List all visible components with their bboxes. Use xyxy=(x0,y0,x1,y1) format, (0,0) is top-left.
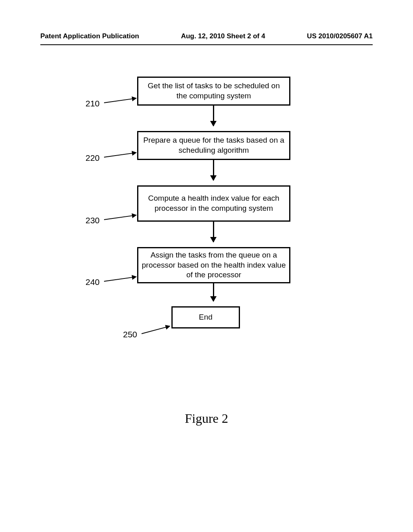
reference-number-4: 240 xyxy=(86,277,100,287)
header-divider xyxy=(40,44,373,45)
reference-pointer-icon xyxy=(104,98,136,103)
flowchart-step-4-text: Assign the tasks from the queue on a pro… xyxy=(142,250,286,280)
flowchart-step-1: Get the list of tasks to be scheduled on… xyxy=(137,77,290,106)
header-publication: Patent Application Publication xyxy=(40,32,139,40)
flowchart-step-3-text: Compute a health index value for each pr… xyxy=(142,193,286,213)
figure-caption: Figure 2 xyxy=(0,411,413,426)
arrow-icon xyxy=(213,222,214,242)
reference-number-2: 220 xyxy=(86,153,100,163)
flowchart-step-end: End xyxy=(171,306,240,328)
flowchart-step-4: Assign the tasks from the queue on a pro… xyxy=(137,247,290,283)
flowchart-step-end-text: End xyxy=(199,312,213,322)
flowchart-step-3: Compute a health index value for each pr… xyxy=(137,185,290,222)
reference-number-3: 230 xyxy=(86,216,100,225)
flowchart-step-1-text: Get the list of tasks to be scheduled on… xyxy=(142,81,286,101)
header-date-sheet: Aug. 12, 2010 Sheet 2 of 4 xyxy=(181,32,265,40)
reference-number-5: 250 xyxy=(123,330,137,339)
header-patent-number: US 2010/0205607 A1 xyxy=(307,32,373,40)
reference-number-1: 210 xyxy=(86,99,100,108)
reference-pointer-icon xyxy=(104,215,136,220)
patent-header: Patent Application Publication Aug. 12, … xyxy=(0,32,413,40)
arrow-icon xyxy=(213,160,214,180)
reference-pointer-icon xyxy=(104,276,136,282)
reference-pointer-icon xyxy=(142,326,170,334)
flowchart-step-2-text: Prepare a queue for the tasks based on a… xyxy=(142,135,286,155)
arrow-icon xyxy=(213,106,214,126)
reference-pointer-icon xyxy=(104,152,136,158)
flowchart-step-2: Prepare a queue for the tasks based on a… xyxy=(137,131,290,160)
arrow-icon xyxy=(213,283,214,301)
